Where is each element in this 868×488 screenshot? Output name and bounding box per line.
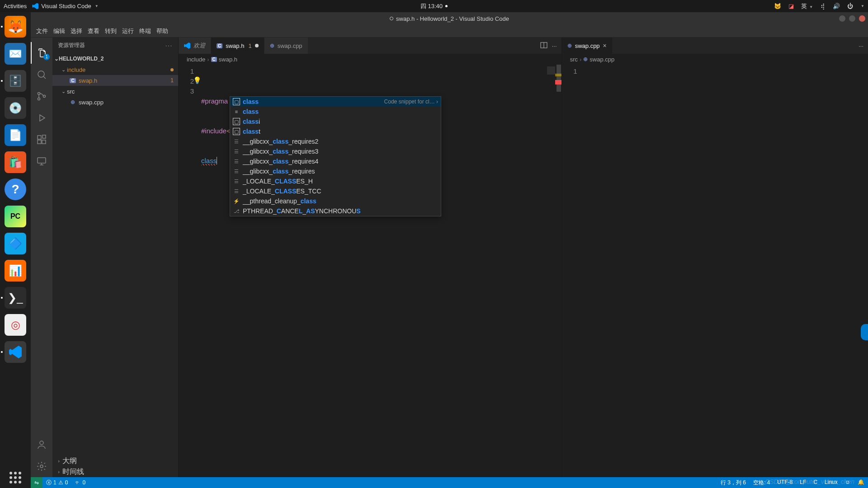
tree-folder-include[interactable]: ⌄include [52,64,178,75]
volume-icon[interactable]: 🔊 [833,3,840,10]
menu-view[interactable]: 查看 [88,27,99,35]
dock-thunderbird[interactable]: ✉️ [5,43,26,65]
dock-wps[interactable]: 📊 [5,260,26,282]
suggest-item[interactable]: ▢classCode snippet for cl… › [230,97,441,107]
status-ports[interactable]: ᯤ0 [71,477,89,488]
tray-app-icon[interactable]: 🐱 [774,3,781,10]
side-handle[interactable] [861,324,868,340]
dock-terminal[interactable]: ❯_ [5,287,26,309]
lightbulb-icon[interactable]: 💡 [193,75,202,85]
status-remote[interactable]: ⇋ [31,477,42,488]
network-icon[interactable]: ⢾ [819,3,826,10]
suggest-item[interactable]: ☰_LOCALE_CLASSES_H [230,176,441,186]
show-applications[interactable] [9,472,21,483]
suggest-item[interactable]: ☰__glibcxx_class_requires3 [230,146,441,156]
split-editor-button[interactable] [540,42,547,50]
dock-libreoffice-writer[interactable]: 📄 [5,124,26,146]
sidebar-more-actions[interactable]: ··· [165,42,173,49]
suggest-item[interactable]: ☰__glibcxx_class_requires4 [230,156,441,166]
tree-folder-src[interactable]: ⌄src [52,86,178,97]
minimize-button[interactable] [839,15,845,22]
status-problems[interactable]: ⓧ1 ⚠0 [42,477,71,488]
svg-rect-6 [42,140,46,144]
sidebar-panel-timeline[interactable]: ›时间线 [52,466,178,477]
dock-files[interactable]: 🗄️ [5,70,26,92]
maximize-button[interactable] [849,15,855,22]
dock-help[interactable]: ? [5,178,26,200]
status-feedback[interactable]: ☺ [841,479,854,485]
close-window-button[interactable] [859,15,865,22]
tree-file[interactable]: ⊕ swap.cpp [52,97,178,108]
suggest-widget[interactable]: ▢classCode snippet for cl… ›≡class▢class… [230,96,441,216]
tab-swap-h[interactable]: C swap.h 1 [211,38,264,54]
more-editor-actions[interactable]: ··· [552,42,557,49]
editor-group-right: ⊕ swap.cpp × ··· src› ⊕ swap.cpp 1 [561,38,868,477]
suggest-item[interactable]: ☰__glibcxx_class_requires [230,166,441,176]
menu-selection[interactable]: 选择 [71,27,82,35]
dock-app[interactable]: ◎ [5,314,26,336]
breadcrumb[interactable]: include› C swap.h [179,54,561,65]
suggest-label: classt [243,127,260,136]
suggest-item[interactable]: ☰__glibcxx_class_requires2 [230,136,441,146]
suggest-kind-icon: ☰ [233,158,240,165]
app-menu[interactable]: Visual Studio Code ▼ [32,3,98,9]
dock-firefox[interactable]: 🦊 [5,16,26,38]
activity-search[interactable] [31,64,52,85]
close-tab-button[interactable]: × [603,42,607,49]
minimap[interactable] [547,66,555,94]
status-notifications[interactable]: 🔔 [854,479,868,485]
menu-help[interactable]: 帮助 [156,27,168,35]
activity-remote[interactable] [31,150,52,172]
scrollbar-thumb[interactable] [557,65,561,92]
input-method[interactable]: 英 ▼ [801,2,813,10]
suggest-item[interactable]: ▢classi [230,117,441,127]
svg-rect-8 [38,158,46,163]
tree-root[interactable]: ⌄HELLOWORLD_2 [52,53,178,64]
tab-welcome[interactable]: 欢迎 [179,38,211,54]
suggest-kind-icon: ▢ [233,128,240,135]
sidebar-panel-outline[interactable]: ›大纲 [52,455,178,466]
tree-file[interactable]: C swap.h 1 [52,75,178,86]
code-editor[interactable]: 1 [562,65,868,477]
tab-swap-cpp[interactable]: ⊕ swap.cpp [264,38,308,54]
breadcrumb[interactable]: src› ⊕ swap.cpp [562,54,868,65]
activity-settings[interactable] [31,455,52,477]
suggest-item[interactable]: ☰_LOCALE_CLASSES_TCC [230,186,441,196]
status-eol[interactable]: LF [796,479,810,485]
suggest-item[interactable]: ⚡__pthread_cleanup_class [230,196,441,206]
menu-run[interactable]: 运行 [122,27,134,35]
suggest-item[interactable]: ▢classt [230,127,441,136]
code-editor[interactable]: 1 2 3 💡 #pragma once #include<iostream> … [179,65,561,477]
status-language[interactable]: C [810,479,821,485]
menu-file[interactable]: 文件 [36,27,48,35]
power-icon[interactable]: ⏻ [846,3,854,10]
suggest-item[interactable]: ≡class [230,107,441,117]
vertical-scrollbar[interactable] [556,65,561,477]
suggest-item[interactable]: ⎇PTHREAD_CANCEL_ASYNCHRONOUS [230,206,441,216]
dock-rhythmbox[interactable]: 💿 [5,97,26,119]
activity-extensions[interactable] [31,129,52,150]
status-line-col[interactable]: 行 3，列 6 [717,479,750,487]
dock-software[interactable]: 🛍️ [5,151,26,173]
menu-terminal[interactable]: 终端 [139,27,151,35]
dirty-indicator-icon [390,17,393,20]
clock[interactable]: 四 13:40 [420,2,448,10]
activity-accounts[interactable] [31,434,52,455]
status-os[interactable]: Linux [821,479,841,485]
more-editor-actions[interactable]: ··· [859,42,863,49]
dock-pycharm[interactable]: PC [5,206,26,227]
dock-vscode[interactable] [5,341,26,363]
dock-app[interactable]: 🔷 [5,233,26,254]
tray-app-icon[interactable]: ◪ [788,3,795,10]
vertical-scrollbar[interactable] [863,65,868,477]
status-encoding[interactable]: UTF-8 [774,479,796,485]
svg-point-0 [38,71,44,77]
activity-run-debug[interactable] [31,107,52,129]
activity-explorer[interactable]: 1 [31,42,52,64]
status-indent[interactable]: 空格: 4 [750,479,774,487]
activity-scm[interactable] [31,85,52,107]
activities-button[interactable]: Activities [4,3,27,9]
menu-edit[interactable]: 编辑 [53,27,65,35]
menu-go[interactable]: 转到 [105,27,117,35]
tab-swap-cpp[interactable]: ⊕ swap.cpp × [562,38,613,54]
